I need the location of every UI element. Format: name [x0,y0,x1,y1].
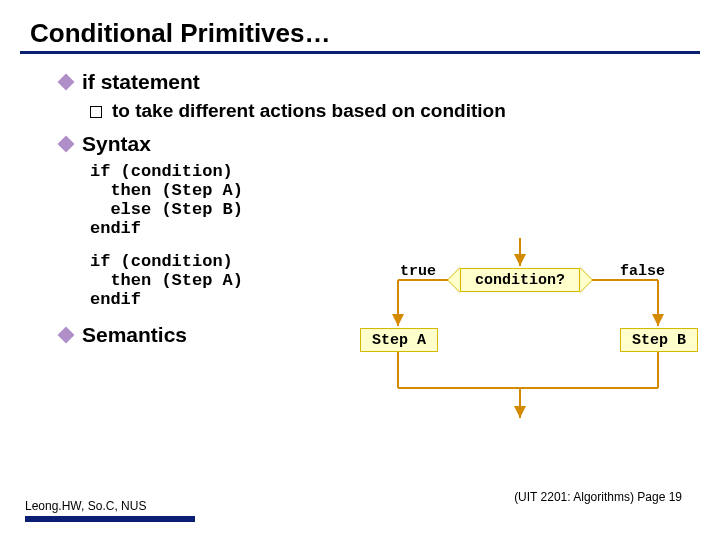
step-a-node: Step A [360,328,438,352]
footer-left-wrap: Leong.HW, So.C, NUS [25,499,195,522]
flowchart-arrows [340,218,700,428]
bullet-text: Semantics [82,323,187,347]
footer-bar [25,516,195,522]
footer-page-info: (UIT 2201: Algorithms) Page 19 [514,490,682,504]
bullet-text: if statement [82,70,200,94]
bullet-text: Syntax [82,132,151,156]
slide-title: Conditional Primitives… [0,0,720,51]
sub-bullet-text: to take different actions based on condi… [112,100,506,122]
bullet-syntax: Syntax [60,132,720,156]
condition-node: condition? [460,268,580,292]
bullet-if-statement: if statement [60,70,720,94]
square-bullet-icon [90,106,102,118]
label-true: true [400,263,436,280]
sub-bullet-condition: to take different actions based on condi… [90,100,720,122]
flowchart: condition? true false Step A Step B [340,218,700,428]
diamond-bullet-icon [58,136,75,153]
diamond-bullet-icon [58,74,75,91]
diamond-right-icon [580,268,592,292]
footer-author: Leong.HW, So.C, NUS [25,499,195,516]
diamond-left-icon [448,268,460,292]
step-b-node: Step B [620,328,698,352]
label-false: false [620,263,665,280]
diamond-bullet-icon [58,327,75,344]
